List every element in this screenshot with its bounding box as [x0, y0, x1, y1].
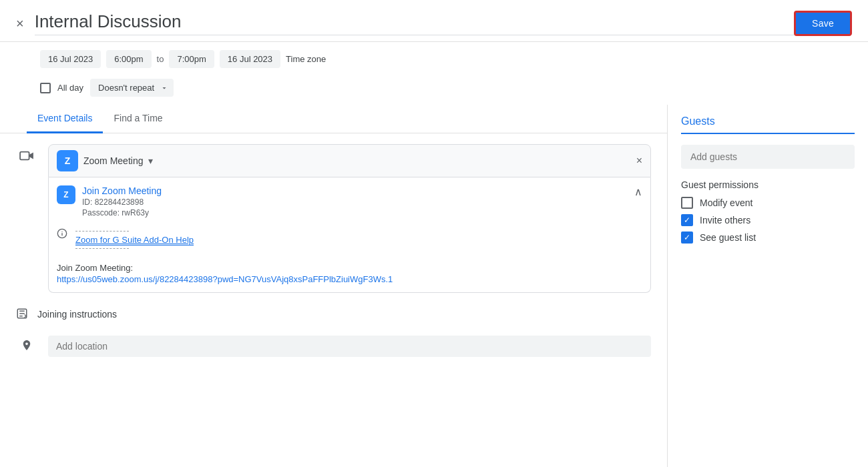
zoom-meeting-id: ID: 82284423898 [82, 197, 162, 207]
collapse-icon[interactable]: ∧ [634, 185, 642, 198]
zoom-join-link[interactable]: Join Zoom Meeting [82, 185, 162, 196]
zoom-desc-url[interactable]: https://us05web.zoom.us/j/82284423898?pw… [57, 274, 642, 284]
zoom-content: Z Zoom Meeting ▾ × Z [48, 144, 651, 293]
modify-event-checkbox[interactable] [681, 197, 693, 209]
zoom-desc-label: Join Zoom Meeting: [57, 263, 133, 273]
close-icon[interactable]: × [16, 16, 24, 31]
modify-event-label: Modify event [700, 197, 752, 208]
zoom-dropdown-icon[interactable]: ▾ [148, 155, 153, 166]
header-left: × Internal Discussion [16, 11, 794, 35]
zoom-join-row: Z Join Zoom Meeting ID: 82284423898 Pass… [57, 185, 642, 217]
location-icon [16, 339, 37, 354]
zoom-info: Join Zoom Meeting ID: 82284423898 Passco… [82, 185, 162, 217]
zoom-icon-letter: Z [65, 155, 71, 166]
save-button[interactable]: Save [794, 11, 852, 36]
dashed-line-top [75, 231, 129, 231]
location-row [0, 330, 667, 362]
permission-row-invite: ✓ Invite others [681, 214, 855, 226]
arrow-annotation: Save [794, 11, 852, 36]
svg-marker-3 [29, 153, 33, 159]
zoom-app-icon: Z [57, 150, 78, 171]
right-panel: Guests Guest permissions Modify event ✓ … [668, 105, 868, 467]
see-guest-list-checkbox[interactable]: ✓ [681, 231, 693, 244]
guests-title: Guests [681, 115, 855, 134]
red-arrow-annotation [845, 31, 868, 64]
invite-others-checkmark: ✓ [684, 215, 690, 225]
joining-label: Joining instructions [37, 309, 117, 320]
add-guests-input[interactable] [681, 145, 855, 169]
permissions-title: Guest permissions [681, 179, 855, 190]
zoom-close-icon[interactable]: × [636, 155, 642, 167]
see-guest-list-label: See guest list [700, 232, 756, 243]
start-time-chip[interactable]: 6:00pm [106, 50, 151, 68]
zoom-help-container: Zoom for G Suite Add-On Help [75, 228, 194, 252]
info-icon [57, 228, 67, 242]
allday-label: All day [57, 83, 83, 93]
see-guest-list-checkmark: ✓ [684, 233, 690, 242]
to-label: to [157, 54, 164, 64]
location-input[interactable] [48, 336, 651, 357]
zoom-passcode: Passcode: rwR63y [82, 208, 162, 217]
joining-instructions-icon [16, 308, 29, 321]
zoom-icon-z2: Z [63, 190, 68, 199]
zoom-body: Z Join Zoom Meeting ID: 82284423898 Pass… [48, 177, 651, 293]
zoom-row: Z Zoom Meeting ▾ × Z [0, 133, 667, 301]
tabs: Event Details Find a Time [0, 105, 667, 133]
zoom-label: Zoom Meeting [83, 155, 143, 166]
allday-row: All day Doesn't repeat Daily Weekly Mont… [0, 76, 868, 105]
zoom-header: Z Zoom Meeting ▾ × [48, 144, 651, 177]
zoom-help-link[interactable]: Zoom for G Suite Add-On Help [75, 235, 194, 246]
left-panel: Event Details Find a Time Z [0, 105, 668, 467]
permission-row-guestlist: ✓ See guest list [681, 231, 855, 244]
joining-instructions-row: Joining instructions [0, 301, 667, 328]
repeat-select[interactable]: Doesn't repeat Daily Weekly Monthly [90, 79, 174, 97]
main-area: Event Details Find a Time Z [0, 105, 868, 467]
tab-find-a-time[interactable]: Find a Time [103, 105, 173, 133]
zoom-description: Join Zoom Meeting: https://us05web.zoom.… [57, 262, 642, 284]
start-date-chip[interactable]: 16 Jul 2023 [40, 50, 101, 68]
timezone-label[interactable]: Time zone [286, 54, 326, 64]
svg-rect-2 [20, 152, 29, 160]
video-icon [16, 144, 37, 161]
zoom-info-row: Zoom for G Suite Add-On Help [57, 223, 642, 252]
end-date-chip[interactable]: 16 Jul 2023 [220, 50, 280, 68]
zoom-details: Z Join Zoom Meeting ID: 82284423898 Pass… [57, 185, 162, 217]
dashed-line-bottom [75, 248, 129, 249]
tab-event-details[interactable]: Event Details [27, 105, 103, 133]
invite-others-checkbox[interactable]: ✓ [681, 214, 693, 226]
end-time-chip[interactable]: 7:00pm [169, 50, 214, 68]
invite-others-label: Invite others [700, 215, 750, 225]
allday-checkbox[interactable] [40, 83, 51, 93]
svg-point-6 [61, 231, 62, 232]
header: × Internal Discussion Save [0, 0, 868, 42]
zoom-meeting-icon: Z [57, 185, 75, 204]
event-title[interactable]: Internal Discussion [35, 11, 794, 35]
datetime-bar: 16 Jul 2023 6:00pm to 7:00pm 16 Jul 2023… [0, 42, 868, 76]
permission-row-modify: Modify event [681, 197, 855, 209]
